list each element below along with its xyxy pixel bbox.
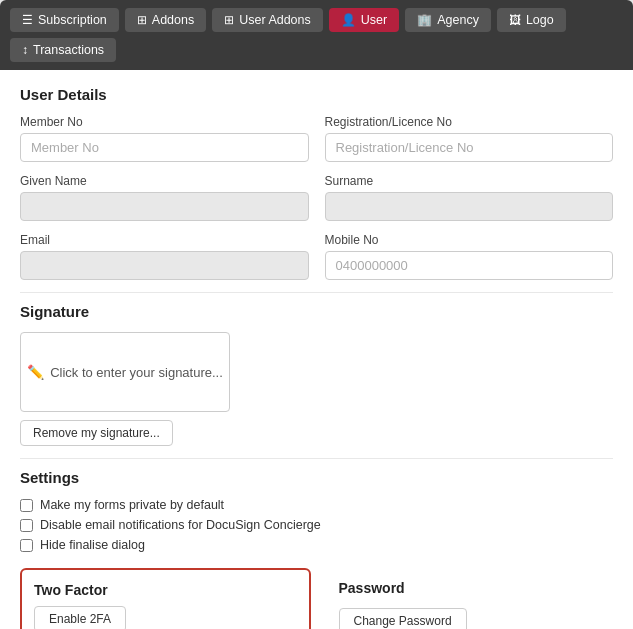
email-mobile-row: Email Mobile No — [20, 233, 613, 280]
user-details-title: User Details — [20, 86, 613, 103]
tab-logo[interactable]: 🖼 Logo — [497, 8, 566, 32]
mobile-label: Mobile No — [325, 233, 614, 247]
user-addons-icon: ⊞ — [224, 13, 234, 27]
surname-group: Surname — [325, 174, 614, 221]
password-section: Password Change Password — [327, 568, 614, 629]
main-window: ☰ Subscription ⊞ Addons ⊞ User Addons 👤 … — [0, 0, 633, 629]
settings-section: Settings Make my forms private by defaul… — [20, 469, 613, 552]
email-label: Email — [20, 233, 309, 247]
password-title: Password — [339, 580, 602, 596]
tab-user-addons[interactable]: ⊞ User Addons — [212, 8, 323, 32]
signature-title: Signature — [20, 303, 613, 320]
member-no-input[interactable] — [20, 133, 309, 162]
mobile-input[interactable] — [325, 251, 614, 280]
agency-icon: 🏢 — [417, 13, 432, 27]
reg-licence-label: Registration/Licence No — [325, 115, 614, 129]
change-password-button[interactable]: Change Password — [339, 608, 467, 629]
tab-agency[interactable]: 🏢 Agency — [405, 8, 491, 32]
signature-canvas[interactable]: ✏️ Click to enter your signature... — [20, 332, 230, 412]
disable-email-label: Disable email notifications for DocuSign… — [40, 518, 321, 532]
hide-finalise-label: Hide finalise dialog — [40, 538, 145, 552]
pencil-icon: ✏️ — [27, 364, 44, 380]
logo-icon: 🖼 — [509, 13, 521, 27]
user-tab-icon: 👤 — [341, 13, 356, 27]
content-area: User Details Member No Registration/Lice… — [0, 70, 633, 629]
member-no-group: Member No — [20, 115, 309, 162]
settings-title: Settings — [20, 469, 613, 486]
checkbox-forms-private-row: Make my forms private by default — [20, 498, 613, 512]
surname-label: Surname — [325, 174, 614, 188]
name-row: Given Name Surname — [20, 174, 613, 221]
transactions-icon: ↕ — [22, 43, 28, 57]
forms-private-checkbox[interactable] — [20, 499, 33, 512]
disable-email-checkbox[interactable] — [20, 519, 33, 532]
given-name-group: Given Name — [20, 174, 309, 221]
email-input[interactable] — [20, 251, 309, 280]
addons-icon: ⊞ — [137, 13, 147, 27]
hide-finalise-checkbox[interactable] — [20, 539, 33, 552]
tab-bar: ☰ Subscription ⊞ Addons ⊞ User Addons 👤 … — [0, 0, 633, 70]
given-name-label: Given Name — [20, 174, 309, 188]
tab-user[interactable]: 👤 User — [329, 8, 399, 32]
tab-subscription[interactable]: ☰ Subscription — [10, 8, 119, 32]
reg-licence-group: Registration/Licence No — [325, 115, 614, 162]
two-factor-password-row: Two Factor Enable 2FA Add an additional … — [20, 568, 613, 629]
tab-transactions[interactable]: ↕ Transactions — [10, 38, 116, 62]
email-group: Email — [20, 233, 309, 280]
signature-prompt: Click to enter your signature... — [50, 365, 223, 380]
signature-section: Signature ✏️ Click to enter your signatu… — [20, 303, 613, 446]
given-name-input[interactable] — [20, 192, 309, 221]
two-factor-title: Two Factor — [34, 582, 297, 598]
two-factor-section: Two Factor Enable 2FA Add an additional … — [20, 568, 311, 629]
checkbox-disable-email-row: Disable email notifications for DocuSign… — [20, 518, 613, 532]
subscription-icon: ☰ — [22, 13, 33, 27]
member-reg-row: Member No Registration/Licence No — [20, 115, 613, 162]
surname-input[interactable] — [325, 192, 614, 221]
member-no-label: Member No — [20, 115, 309, 129]
enable-2fa-button[interactable]: Enable 2FA — [34, 606, 126, 629]
forms-private-label: Make my forms private by default — [40, 498, 224, 512]
user-details-section: User Details Member No Registration/Lice… — [20, 86, 613, 280]
reg-licence-input[interactable] — [325, 133, 614, 162]
checkbox-hide-finalise-row: Hide finalise dialog — [20, 538, 613, 552]
remove-signature-button[interactable]: Remove my signature... — [20, 420, 173, 446]
mobile-group: Mobile No — [325, 233, 614, 280]
tab-addons[interactable]: ⊞ Addons — [125, 8, 206, 32]
